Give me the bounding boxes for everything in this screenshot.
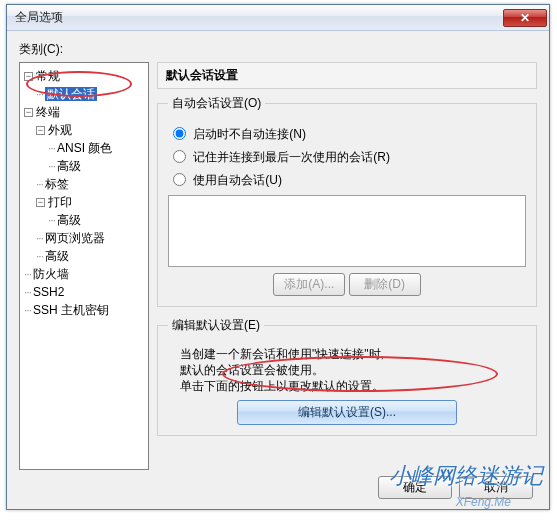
radio-no-autoconnect[interactable]: 启动时不自动连接(N) xyxy=(168,124,526,143)
tree-node-default-session[interactable]: 默认会话 xyxy=(36,85,146,103)
tree-node-advanced[interactable]: 高级 xyxy=(48,211,146,229)
tree-node-firewall[interactable]: 防火墙 xyxy=(24,265,146,283)
radio-label: 启动时不自动连接(N) xyxy=(193,127,306,141)
radio-remember-last[interactable]: 记住并连接到最后一次使用的会话(R) xyxy=(168,147,526,166)
collapse-icon[interactable]: − xyxy=(36,198,45,207)
auto-session-legend: 自动会话设置(O) xyxy=(168,95,265,112)
tree-node-ssh-host-keys[interactable]: SSH 主机密钥 xyxy=(24,301,146,319)
tree-node-web-browser[interactable]: 网页浏览器 xyxy=(36,229,146,247)
collapse-icon[interactable]: − xyxy=(24,72,33,81)
radio-label: 使用自动会话(U) xyxy=(193,173,282,187)
dialog-window: 全局选项 ✕ 类别(C): −常规 默认会话 −终端 −外观 xyxy=(6,4,550,510)
radio-input[interactable] xyxy=(173,127,186,140)
add-button[interactable]: 添加(A)... xyxy=(273,273,345,296)
tree-node-ssh2[interactable]: SSH2 xyxy=(24,283,146,301)
close-icon: ✕ xyxy=(520,11,530,25)
description-text: 当创建一个新会话和使用"快速连接"时, 默认的会话设置会被使用。 单击下面的按钮… xyxy=(180,346,526,394)
radio-label: 记住并连接到最后一次使用的会话(R) xyxy=(193,150,390,164)
tree-node-appearance[interactable]: −外观 ANSI 颜色 高级 xyxy=(36,121,146,175)
dialog-footer: 确定 取消 xyxy=(19,470,537,499)
titlebar[interactable]: 全局选项 ✕ xyxy=(7,5,549,31)
list-button-row: 添加(A)... 删除(D) xyxy=(168,273,526,296)
tree-node-advanced[interactable]: 高级 xyxy=(48,157,146,175)
dialog-body: 类别(C): −常规 默认会话 −终端 −外观 ANSI 颜色 xyxy=(7,31,549,509)
close-button[interactable]: ✕ xyxy=(503,9,547,27)
category-tree[interactable]: −常规 默认会话 −终端 −外观 ANSI 颜色 高级 xyxy=(19,62,149,470)
collapse-icon[interactable]: − xyxy=(36,126,45,135)
radio-input[interactable] xyxy=(173,150,186,163)
delete-button[interactable]: 删除(D) xyxy=(349,273,421,296)
main-row: −常规 默认会话 −终端 −外观 ANSI 颜色 高级 xyxy=(19,62,537,470)
cancel-button[interactable]: 取消 xyxy=(459,476,533,499)
tree-node-print[interactable]: −打印 高级 xyxy=(36,193,146,229)
radio-input[interactable] xyxy=(173,173,186,186)
tree-node-ansi-color[interactable]: ANSI 颜色 xyxy=(48,139,146,157)
tree-node-tabs[interactable]: 标签 xyxy=(36,175,146,193)
edit-default-settings-button[interactable]: 编辑默认设置(S)... xyxy=(237,400,457,425)
category-label: 类别(C): xyxy=(19,41,537,58)
window-title: 全局选项 xyxy=(15,9,503,26)
ok-button[interactable]: 确定 xyxy=(378,476,452,499)
auto-session-listbox[interactable] xyxy=(168,195,526,267)
tree-node-general[interactable]: −常规 默认会话 xyxy=(24,67,146,103)
tree-node-terminal[interactable]: −终端 −外观 ANSI 颜色 高级 标签 −打印 xyxy=(24,103,146,265)
edit-default-group: 编辑默认设置(E) 当创建一个新会话和使用"快速连接"时, 默认的会话设置会被使… xyxy=(157,317,537,436)
collapse-icon[interactable]: − xyxy=(24,108,33,117)
auto-session-group: 自动会话设置(O) 启动时不自动连接(N) 记住并连接到最后一次使用的会话(R)… xyxy=(157,95,537,307)
panel-title: 默认会话设置 xyxy=(157,62,537,89)
edit-default-legend: 编辑默认设置(E) xyxy=(168,317,264,334)
radio-use-auto-session[interactable]: 使用自动会话(U) xyxy=(168,170,526,189)
settings-panel: 默认会话设置 自动会话设置(O) 启动时不自动连接(N) 记住并连接到最后一次使… xyxy=(157,62,537,470)
tree-node-advanced[interactable]: 高级 xyxy=(36,247,146,265)
